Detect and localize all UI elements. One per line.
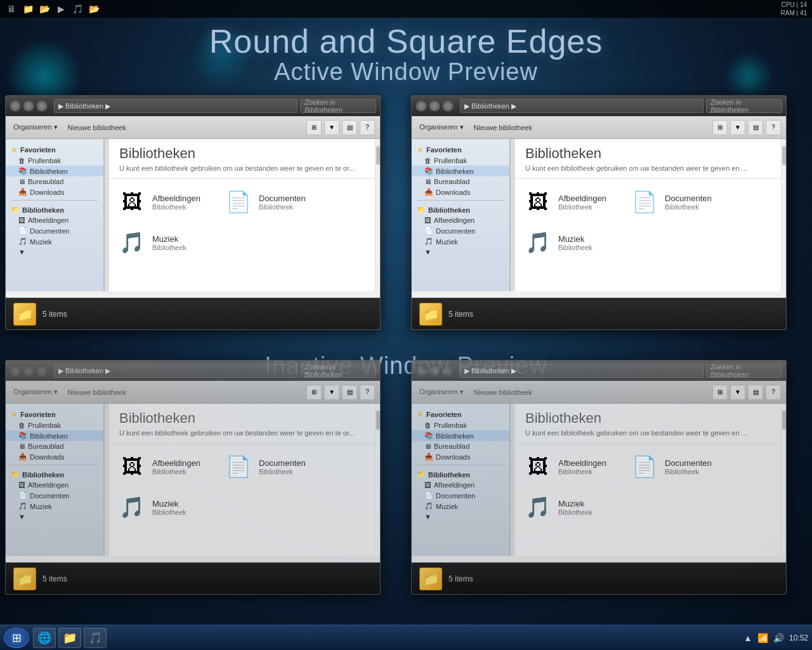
help-icon-r[interactable]: ? [766, 120, 781, 135]
sidebar-item-bureaublad-r[interactable]: 🖥Bureaublad [412, 176, 509, 187]
sidebar-scrollbar[interactable] [104, 139, 109, 291]
new-library-button[interactable]: Nieuwe bibliotheek [65, 123, 129, 133]
item-muziek[interactable]: 🎵 MuziekBibliotheek [114, 225, 216, 260]
organize-button-bl[interactable]: Organiseren ▾ [11, 387, 60, 397]
sidebar-item-documenten[interactable]: 📄Documenten [6, 225, 103, 236]
sidebar-item-bureaublad-bl[interactable]: 🖥Bureaublad [6, 441, 103, 451]
item-afbeeldingen-bl[interactable]: 🖼 AfbeeldingenBibliotheek [114, 449, 216, 484]
maximize-btn-r[interactable] [442, 100, 454, 112]
content-scrollbar-right[interactable] [781, 139, 786, 291]
content-scrollbar-left[interactable] [375, 139, 380, 291]
item-afbeeldingen[interactable]: 🖼 AfbeeldingenBibliotheek [114, 184, 216, 220]
sidebar-item-prullenbak-r[interactable]: 🗑Prullenbak [412, 156, 509, 166]
play-icon[interactable]: ▶ [55, 3, 67, 15]
maximize-btn[interactable] [36, 100, 48, 112]
item-afbeeldingen-br[interactable]: 🖼 AfbeeldingenBibliotheek [520, 449, 622, 484]
sidebar-item-downloads-bl[interactable]: 📥Downloads [6, 451, 103, 462]
new-library-button-r[interactable]: Nieuwe bibliotheek [471, 123, 535, 133]
search-bar-bl[interactable]: Zoeken in Bibliotheken [300, 364, 376, 378]
new-library-button-br[interactable]: Nieuwe bibliotheek [471, 387, 535, 397]
taskbar-item-explorer[interactable]: 📁 [58, 628, 81, 648]
tray-network-icon[interactable]: 📶 [757, 633, 768, 643]
view-icon-1[interactable]: ⊞ [306, 120, 322, 135]
view-icon-3r[interactable]: ▤ [748, 120, 763, 135]
sidebar-item-prullenbak[interactable]: 🗑Prullenbak [6, 156, 103, 166]
sidebar-item-documenten-br[interactable]: 📄Documenten [412, 490, 509, 501]
sidebar-item-prullenbak-br[interactable]: 🗑Prullenbak [412, 420, 509, 430]
sidebar-scrollbar-bl[interactable] [104, 404, 109, 556]
sidebar-item-bibliotheken-fav[interactable]: 📚Bibliotheken [6, 166, 103, 176]
sidebar-item-more-br[interactable]: ▼ [412, 512, 509, 522]
item-muziek-br[interactable]: 🎵 MuziekBibliotheek [520, 489, 622, 525]
maximize-btn-br[interactable] [442, 365, 454, 376]
maximize-btn-bl[interactable] [36, 365, 48, 376]
sidebar-item-downloads[interactable]: 📥Downloads [6, 187, 103, 197]
view-icon-3[interactable]: ▤ [342, 120, 357, 135]
sidebar-item-bureaublad[interactable]: 🖥Bureaublad [6, 176, 103, 187]
folder-icon-1[interactable]: 📁 [22, 3, 34, 15]
view-icon-2bl[interactable]: ▼ [324, 385, 339, 400]
tray-volume-icon[interactable]: 🔊 [773, 633, 784, 643]
view-icon-3bl[interactable]: ▤ [342, 385, 357, 400]
sidebar-item-documenten-bl[interactable]: 📄Documenten [6, 490, 103, 501]
address-bar[interactable]: ▶ Bibliotheken ▶ [54, 99, 298, 113]
close-btn-br[interactable] [416, 365, 427, 376]
view-icon-2[interactable]: ▼ [324, 120, 339, 135]
taskbar-item-music[interactable]: 🎵 [84, 628, 107, 648]
view-icon-1r[interactable]: ⊞ [712, 120, 728, 135]
help-icon-bl[interactable]: ? [360, 385, 375, 400]
folder-icon-3[interactable]: 📂 [88, 3, 100, 15]
start-button[interactable]: ⊞ [4, 628, 29, 648]
sidebar-item-bibliotheken-fav-bl[interactable]: 📚Bibliotheken [6, 430, 103, 441]
sidebar-item-muziek-r[interactable]: 🎵Muziek [412, 236, 509, 247]
sidebar-item-downloads-r[interactable]: 📥Downloads [412, 187, 509, 197]
monitor-icon[interactable]: 🖥 [5, 3, 18, 15]
view-icon-3br[interactable]: ▤ [748, 385, 763, 400]
sidebar-item-more[interactable]: ▼ [6, 247, 103, 257]
view-icon-1br[interactable]: ⊞ [712, 385, 728, 400]
item-documenten[interactable]: 📄 DocumentenBibliotheek [221, 184, 322, 220]
folder-icon-2[interactable]: 📂 [38, 3, 51, 15]
sidebar-scrollbar-br[interactable] [510, 404, 515, 556]
minimize-btn-br[interactable] [429, 365, 440, 376]
sidebar-item-bureaublad-br[interactable]: 🖥Bureaublad [412, 441, 509, 451]
sidebar-item-afbeeldingen-br[interactable]: 🖼Afbeeldingen [412, 480, 509, 490]
item-documenten-br[interactable]: 📄 DocumentenBibliotheek [627, 449, 728, 484]
organize-button[interactable]: Organiseren ▾ [11, 122, 60, 133]
item-muziek-bl[interactable]: 🎵 MuziekBibliotheek [114, 489, 216, 525]
item-muziek-r[interactable]: 🎵 MuziekBibliotheek [520, 225, 622, 260]
sidebar-item-afbeeldingen-r[interactable]: 🖼Afbeeldingen [412, 215, 509, 225]
taskbar-item-browser[interactable]: 🌐 [33, 628, 56, 648]
view-icon-1bl[interactable]: ⊞ [306, 385, 322, 400]
view-icon-2br[interactable]: ▼ [730, 385, 745, 400]
sidebar-item-downloads-br[interactable]: 📥Downloads [412, 451, 509, 462]
address-bar-br[interactable]: ▶ Bibliotheken ▶ [460, 364, 704, 378]
sidebar-item-prullenbak-bl[interactable]: 🗑Prullenbak [6, 420, 103, 430]
organize-button-br[interactable]: Organiseren ▾ [417, 387, 466, 397]
music-icon[interactable]: 🎵 [71, 3, 84, 15]
search-bar[interactable]: Zoeken in Bibliotheken [300, 99, 376, 113]
item-documenten-bl[interactable]: 📄 DocumentenBibliotheek [221, 449, 322, 484]
address-bar-r[interactable]: ▶ Bibliotheken ▶ [460, 99, 704, 113]
new-library-button-bl[interactable]: Nieuwe bibliotheek [65, 387, 129, 397]
search-bar-r[interactable]: Zoeken in Bibliotheken [706, 99, 782, 113]
sidebar-item-bibliotheken-fav-br[interactable]: 📚Bibliotheken [412, 430, 509, 441]
minimize-btn-bl[interactable] [23, 365, 34, 376]
close-btn[interactable] [10, 100, 21, 112]
sidebar-item-muziek-bl[interactable]: 🎵Muziek [6, 501, 103, 512]
sidebar-item-afbeeldingen-bl[interactable]: 🖼Afbeeldingen [6, 480, 103, 490]
content-scrollbar-inactive-left[interactable] [375, 404, 380, 556]
tray-arrow-icon[interactable]: ▲ [743, 633, 752, 643]
minimize-btn-r[interactable] [429, 100, 440, 112]
search-bar-br[interactable]: Zoeken in Bibliotheken [706, 364, 782, 378]
sidebar-item-afbeeldingen[interactable]: 🖼Afbeeldingen [6, 215, 103, 225]
sidebar-scrollbar-r[interactable] [510, 139, 515, 291]
sidebar-item-more-bl[interactable]: ▼ [6, 512, 103, 522]
organize-button-r[interactable]: Organiseren ▾ [417, 122, 466, 133]
close-btn-bl[interactable] [10, 365, 21, 376]
sidebar-item-bibliotheken-fav-r[interactable]: 📚Bibliotheken [412, 166, 509, 176]
address-bar-bl[interactable]: ▶ Bibliotheken ▶ [54, 364, 298, 378]
sidebar-item-more-r[interactable]: ▼ [412, 247, 509, 257]
item-afbeeldingen-r[interactable]: 🖼 AfbeeldingenBibliotheek [520, 184, 622, 220]
sidebar-item-muziek[interactable]: 🎵Muziek [6, 236, 103, 247]
